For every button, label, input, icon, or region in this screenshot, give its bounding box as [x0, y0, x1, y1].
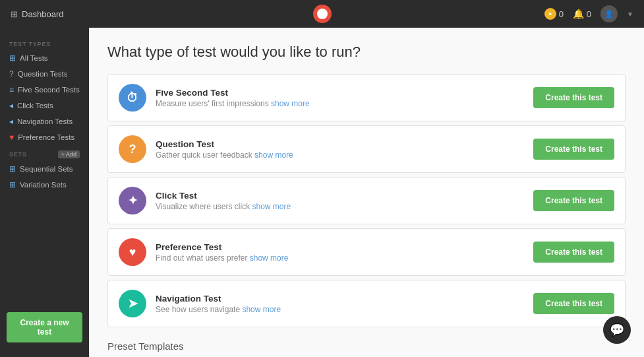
avatar[interactable]: 👤	[600, 5, 618, 22]
question-info: Question Test Gather quick user feedback…	[156, 139, 533, 160]
five-second-icon: ≡	[9, 85, 14, 94]
preference-show-more[interactable]: show more	[250, 253, 289, 263]
nav-right: ● 0 🔔 0 👤 ▼	[544, 5, 633, 22]
sidebar-label-preference-tests: Preference Tests	[18, 133, 74, 141]
grid-icon: ⊞	[11, 9, 18, 19]
five-second-name: Five Second Test	[156, 88, 533, 98]
question-name: Question Test	[156, 139, 533, 149]
sidebar-label-question-tests: Question Tests	[18, 70, 68, 78]
sidebar-label-click-tests: Click Tests	[17, 102, 53, 110]
navigation-desc: See how users navigate show more	[156, 305, 533, 314]
variation-sets-icon: ⊞	[9, 180, 16, 189]
top-nav: ⊞ Dashboard ● 0 🔔 0 👤 ▼	[0, 0, 644, 28]
sidebar-label-all-tests: All Tests	[20, 54, 48, 62]
chat-button[interactable]: 💬	[603, 316, 631, 344]
chat-icon: 💬	[610, 323, 624, 337]
question-tests-icon: ?	[9, 69, 14, 79]
tests-list: ⏱ Five Second Test Measure users' first …	[107, 74, 626, 327]
nav-logo	[313, 5, 332, 23]
page-title: What type of test would you like to run?	[107, 44, 626, 61]
preference-desc: Find out what users prefer show more	[156, 253, 533, 263]
coin-badge[interactable]: ● 0	[544, 8, 564, 20]
navigation-create-button[interactable]: Create this test	[533, 293, 614, 314]
sidebar: TEST TYPES ⊞ All Tests ? Question Tests …	[0, 28, 89, 357]
bell-badge[interactable]: 🔔 0	[573, 9, 591, 19]
five-second-icon: ⏱	[119, 84, 146, 112]
click-desc: Visualize where users click show more	[156, 202, 533, 211]
all-tests-icon: ⊞	[9, 53, 16, 63]
coin-icon: ●	[544, 8, 556, 20]
test-card-navigation: ➤ Navigation Test See how users navigate…	[107, 280, 626, 327]
click-icon: ✦	[119, 187, 146, 214]
preference-icon: ♥	[119, 238, 146, 266]
test-types-label: TEST TYPES	[0, 36, 89, 50]
navigation-show-more[interactable]: show more	[242, 305, 281, 314]
sidebar-label-navigation-tests: Navigation Tests	[17, 117, 73, 125]
sets-label: SETS	[9, 151, 27, 158]
sidebar-item-all-tests[interactable]: ⊞ All Tests	[0, 50, 89, 66]
sidebar-label-sequential-sets: Sequential Sets	[20, 165, 73, 173]
test-card-preference: ♥ Preference Test Find out what users pr…	[107, 228, 626, 276]
sidebar-item-five-second-tests[interactable]: ≡ Five Second Tests	[0, 82, 89, 98]
sequential-sets-icon: ⊞	[9, 164, 16, 174]
bell-count: 0	[587, 9, 591, 19]
avatar-icon: 👤	[604, 10, 614, 18]
nav-dashboard[interactable]: ⊞ Dashboard	[11, 9, 64, 19]
dashboard-label: Dashboard	[22, 9, 64, 19]
test-card-five-second: ⏱ Five Second Test Measure users' first …	[107, 74, 626, 121]
sidebar-bottom: Create a new test	[0, 306, 89, 349]
click-create-button[interactable]: Create this test	[533, 190, 614, 211]
five-second-desc: Measure users' first impressions show mo…	[156, 99, 533, 108]
sets-header: SETS + Add	[0, 145, 89, 161]
click-tests-icon: ◂	[9, 101, 13, 110]
chevron-down-icon: ▼	[627, 11, 633, 18]
navigation-name: Navigation Test	[156, 294, 533, 304]
five-second-show-more[interactable]: show more	[271, 99, 310, 108]
question-create-button[interactable]: Create this test	[533, 139, 614, 160]
main-content: What type of test would you like to run?…	[89, 28, 644, 357]
preference-tests-icon: ♥	[9, 133, 14, 142]
sidebar-item-sequential-sets[interactable]: ⊞ Sequential Sets	[0, 161, 89, 177]
sidebar-item-preference-tests[interactable]: ♥ Preference Tests	[0, 129, 89, 145]
navigation-info: Navigation Test See how users navigate s…	[156, 294, 533, 314]
sidebar-label-five-second: Five Second Tests	[18, 86, 80, 94]
five-second-create-button[interactable]: Create this test	[533, 87, 614, 108]
sidebar-label-variation-sets: Variation Sets	[20, 181, 67, 189]
sidebar-item-click-tests[interactable]: ◂ Click Tests	[0, 98, 89, 114]
test-card-click: ✦ Click Test Visualize where users click…	[107, 177, 626, 224]
preference-info: Preference Test Find out what users pref…	[156, 242, 533, 263]
bell-icon: 🔔	[573, 9, 584, 19]
navigation-icon: ➤	[119, 290, 146, 317]
click-info: Click Test Visualize where users click s…	[156, 191, 533, 211]
question-icon: ?	[119, 135, 146, 163]
preference-name: Preference Test	[156, 242, 533, 252]
sidebar-item-variation-sets[interactable]: ⊞ Variation Sets	[0, 177, 89, 193]
preset-label: Preset Templates	[107, 341, 626, 352]
question-show-more[interactable]: show more	[254, 150, 293, 160]
question-desc: Gather quick user feedback show more	[156, 150, 533, 160]
click-name: Click Test	[156, 191, 533, 201]
five-second-info: Five Second Test Measure users' first im…	[156, 88, 533, 108]
coin-count: 0	[559, 9, 564, 19]
sidebar-item-navigation-tests[interactable]: ◂ Navigation Tests	[0, 114, 89, 129]
navigation-tests-icon: ◂	[9, 117, 13, 126]
test-card-question: ? Question Test Gather quick user feedba…	[107, 125, 626, 173]
add-set-button[interactable]: + Add	[58, 150, 80, 158]
preference-create-button[interactable]: Create this test	[533, 242, 614, 263]
click-show-more[interactable]: show more	[252, 202, 291, 211]
sidebar-item-question-tests[interactable]: ? Question Tests	[0, 66, 89, 82]
create-new-test-button[interactable]: Create a new test	[7, 312, 82, 342]
